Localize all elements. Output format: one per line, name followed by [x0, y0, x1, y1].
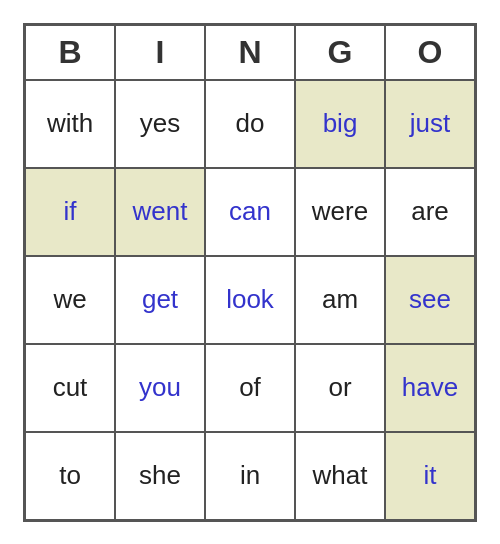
header-cell-o: O — [385, 25, 475, 80]
bingo-cell-4-2[interactable]: in — [205, 432, 295, 520]
bingo-body: withyesdobigjustifwentcanwerearewegetloo… — [25, 80, 475, 520]
bingo-cell-1-1[interactable]: went — [115, 168, 205, 256]
bingo-cell-0-1[interactable]: yes — [115, 80, 205, 168]
header-cell-n: N — [205, 25, 295, 80]
bingo-row-3: cutyouoforhave — [25, 344, 475, 432]
bingo-cell-1-0[interactable]: if — [25, 168, 115, 256]
bingo-cell-3-3[interactable]: or — [295, 344, 385, 432]
bingo-cell-3-1[interactable]: you — [115, 344, 205, 432]
bingo-cell-0-2[interactable]: do — [205, 80, 295, 168]
bingo-row-2: wegetlookamsee — [25, 256, 475, 344]
bingo-cell-2-1[interactable]: get — [115, 256, 205, 344]
bingo-cell-0-3[interactable]: big — [295, 80, 385, 168]
bingo-row-1: ifwentcanwereare — [25, 168, 475, 256]
bingo-row-4: tosheinwhatit — [25, 432, 475, 520]
bingo-cell-1-2[interactable]: can — [205, 168, 295, 256]
bingo-card: BINGO withyesdobigjustifwentcanwerearewe… — [23, 23, 477, 522]
bingo-cell-2-2[interactable]: look — [205, 256, 295, 344]
bingo-row-0: withyesdobigjust — [25, 80, 475, 168]
header-cell-i: I — [115, 25, 205, 80]
bingo-cell-4-1[interactable]: she — [115, 432, 205, 520]
bingo-cell-4-0[interactable]: to — [25, 432, 115, 520]
bingo-cell-3-2[interactable]: of — [205, 344, 295, 432]
bingo-header: BINGO — [25, 25, 475, 80]
header-cell-b: B — [25, 25, 115, 80]
bingo-cell-2-0[interactable]: we — [25, 256, 115, 344]
bingo-cell-4-3[interactable]: what — [295, 432, 385, 520]
bingo-cell-3-0[interactable]: cut — [25, 344, 115, 432]
header-cell-g: G — [295, 25, 385, 80]
bingo-cell-0-4[interactable]: just — [385, 80, 475, 168]
bingo-cell-2-3[interactable]: am — [295, 256, 385, 344]
bingo-cell-1-3[interactable]: were — [295, 168, 385, 256]
bingo-cell-1-4[interactable]: are — [385, 168, 475, 256]
bingo-cell-3-4[interactable]: have — [385, 344, 475, 432]
bingo-cell-2-4[interactable]: see — [385, 256, 475, 344]
bingo-cell-0-0[interactable]: with — [25, 80, 115, 168]
bingo-cell-4-4[interactable]: it — [385, 432, 475, 520]
